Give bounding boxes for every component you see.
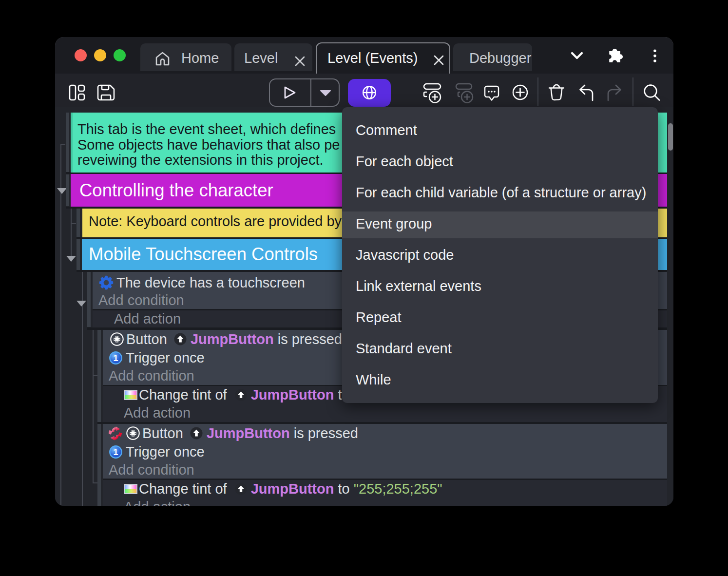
svg-text:1: 1	[113, 447, 118, 457]
svg-text:1: 1	[113, 353, 118, 363]
